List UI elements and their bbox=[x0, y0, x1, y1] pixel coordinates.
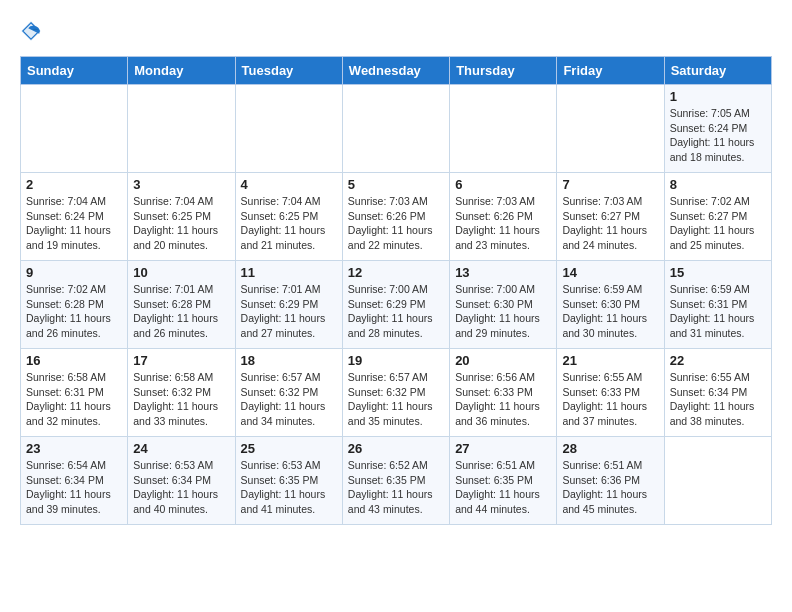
calendar-cell: 17Sunrise: 6:58 AM Sunset: 6:32 PM Dayli… bbox=[128, 349, 235, 437]
day-info: Sunrise: 6:53 AM Sunset: 6:34 PM Dayligh… bbox=[133, 458, 229, 517]
day-number: 18 bbox=[241, 353, 337, 368]
calendar-cell bbox=[557, 85, 664, 173]
calendar-cell: 1Sunrise: 7:05 AM Sunset: 6:24 PM Daylig… bbox=[664, 85, 771, 173]
calendar-cell: 24Sunrise: 6:53 AM Sunset: 6:34 PM Dayli… bbox=[128, 437, 235, 525]
day-number: 15 bbox=[670, 265, 766, 280]
day-info: Sunrise: 7:04 AM Sunset: 6:25 PM Dayligh… bbox=[133, 194, 229, 253]
day-info: Sunrise: 6:58 AM Sunset: 6:31 PM Dayligh… bbox=[26, 370, 122, 429]
logo bbox=[20, 20, 46, 46]
day-info: Sunrise: 7:03 AM Sunset: 6:27 PM Dayligh… bbox=[562, 194, 658, 253]
day-number: 27 bbox=[455, 441, 551, 456]
day-number: 20 bbox=[455, 353, 551, 368]
calendar-cell: 7Sunrise: 7:03 AM Sunset: 6:27 PM Daylig… bbox=[557, 173, 664, 261]
day-number: 7 bbox=[562, 177, 658, 192]
calendar-cell: 15Sunrise: 6:59 AM Sunset: 6:31 PM Dayli… bbox=[664, 261, 771, 349]
calendar-cell: 26Sunrise: 6:52 AM Sunset: 6:35 PM Dayli… bbox=[342, 437, 449, 525]
weekday-header-thursday: Thursday bbox=[450, 57, 557, 85]
calendar-cell bbox=[235, 85, 342, 173]
calendar-cell: 9Sunrise: 7:02 AM Sunset: 6:28 PM Daylig… bbox=[21, 261, 128, 349]
calendar-cell: 22Sunrise: 6:55 AM Sunset: 6:34 PM Dayli… bbox=[664, 349, 771, 437]
calendar-cell: 25Sunrise: 6:53 AM Sunset: 6:35 PM Dayli… bbox=[235, 437, 342, 525]
calendar-cell: 20Sunrise: 6:56 AM Sunset: 6:33 PM Dayli… bbox=[450, 349, 557, 437]
day-info: Sunrise: 7:00 AM Sunset: 6:30 PM Dayligh… bbox=[455, 282, 551, 341]
day-number: 16 bbox=[26, 353, 122, 368]
page-header bbox=[20, 20, 772, 46]
calendar-cell: 27Sunrise: 6:51 AM Sunset: 6:35 PM Dayli… bbox=[450, 437, 557, 525]
calendar-cell: 3Sunrise: 7:04 AM Sunset: 6:25 PM Daylig… bbox=[128, 173, 235, 261]
calendar-cell bbox=[664, 437, 771, 525]
day-info: Sunrise: 6:55 AM Sunset: 6:34 PM Dayligh… bbox=[670, 370, 766, 429]
day-info: Sunrise: 6:59 AM Sunset: 6:31 PM Dayligh… bbox=[670, 282, 766, 341]
day-number: 8 bbox=[670, 177, 766, 192]
day-info: Sunrise: 6:51 AM Sunset: 6:36 PM Dayligh… bbox=[562, 458, 658, 517]
weekday-row: SundayMondayTuesdayWednesdayThursdayFrid… bbox=[21, 57, 772, 85]
day-number: 2 bbox=[26, 177, 122, 192]
day-info: Sunrise: 7:04 AM Sunset: 6:24 PM Dayligh… bbox=[26, 194, 122, 253]
day-info: Sunrise: 7:03 AM Sunset: 6:26 PM Dayligh… bbox=[348, 194, 444, 253]
weekday-header-friday: Friday bbox=[557, 57, 664, 85]
day-info: Sunrise: 6:58 AM Sunset: 6:32 PM Dayligh… bbox=[133, 370, 229, 429]
calendar-cell: 10Sunrise: 7:01 AM Sunset: 6:28 PM Dayli… bbox=[128, 261, 235, 349]
day-number: 6 bbox=[455, 177, 551, 192]
calendar-week-row: 16Sunrise: 6:58 AM Sunset: 6:31 PM Dayli… bbox=[21, 349, 772, 437]
day-info: Sunrise: 7:04 AM Sunset: 6:25 PM Dayligh… bbox=[241, 194, 337, 253]
day-number: 11 bbox=[241, 265, 337, 280]
calendar-cell bbox=[342, 85, 449, 173]
day-number: 5 bbox=[348, 177, 444, 192]
calendar-week-row: 1Sunrise: 7:05 AM Sunset: 6:24 PM Daylig… bbox=[21, 85, 772, 173]
weekday-header-tuesday: Tuesday bbox=[235, 57, 342, 85]
calendar-cell: 14Sunrise: 6:59 AM Sunset: 6:30 PM Dayli… bbox=[557, 261, 664, 349]
calendar-week-row: 23Sunrise: 6:54 AM Sunset: 6:34 PM Dayli… bbox=[21, 437, 772, 525]
day-info: Sunrise: 7:01 AM Sunset: 6:28 PM Dayligh… bbox=[133, 282, 229, 341]
calendar-cell: 6Sunrise: 7:03 AM Sunset: 6:26 PM Daylig… bbox=[450, 173, 557, 261]
day-number: 25 bbox=[241, 441, 337, 456]
day-number: 19 bbox=[348, 353, 444, 368]
day-info: Sunrise: 6:57 AM Sunset: 6:32 PM Dayligh… bbox=[348, 370, 444, 429]
day-number: 28 bbox=[562, 441, 658, 456]
calendar-cell: 23Sunrise: 6:54 AM Sunset: 6:34 PM Dayli… bbox=[21, 437, 128, 525]
weekday-header-monday: Monday bbox=[128, 57, 235, 85]
day-number: 23 bbox=[26, 441, 122, 456]
calendar-cell: 19Sunrise: 6:57 AM Sunset: 6:32 PM Dayli… bbox=[342, 349, 449, 437]
day-number: 3 bbox=[133, 177, 229, 192]
calendar-week-row: 2Sunrise: 7:04 AM Sunset: 6:24 PM Daylig… bbox=[21, 173, 772, 261]
logo-icon bbox=[20, 20, 42, 42]
day-info: Sunrise: 6:56 AM Sunset: 6:33 PM Dayligh… bbox=[455, 370, 551, 429]
day-number: 22 bbox=[670, 353, 766, 368]
calendar-header: SundayMondayTuesdayWednesdayThursdayFrid… bbox=[21, 57, 772, 85]
calendar-cell: 5Sunrise: 7:03 AM Sunset: 6:26 PM Daylig… bbox=[342, 173, 449, 261]
day-info: Sunrise: 6:54 AM Sunset: 6:34 PM Dayligh… bbox=[26, 458, 122, 517]
calendar-cell: 13Sunrise: 7:00 AM Sunset: 6:30 PM Dayli… bbox=[450, 261, 557, 349]
calendar-cell: 28Sunrise: 6:51 AM Sunset: 6:36 PM Dayli… bbox=[557, 437, 664, 525]
day-number: 24 bbox=[133, 441, 229, 456]
day-info: Sunrise: 6:52 AM Sunset: 6:35 PM Dayligh… bbox=[348, 458, 444, 517]
day-info: Sunrise: 6:51 AM Sunset: 6:35 PM Dayligh… bbox=[455, 458, 551, 517]
day-info: Sunrise: 7:05 AM Sunset: 6:24 PM Dayligh… bbox=[670, 106, 766, 165]
day-info: Sunrise: 7:03 AM Sunset: 6:26 PM Dayligh… bbox=[455, 194, 551, 253]
calendar-cell bbox=[21, 85, 128, 173]
calendar-cell bbox=[450, 85, 557, 173]
day-number: 1 bbox=[670, 89, 766, 104]
day-number: 17 bbox=[133, 353, 229, 368]
calendar-body: 1Sunrise: 7:05 AM Sunset: 6:24 PM Daylig… bbox=[21, 85, 772, 525]
day-info: Sunrise: 6:59 AM Sunset: 6:30 PM Dayligh… bbox=[562, 282, 658, 341]
day-number: 13 bbox=[455, 265, 551, 280]
day-info: Sunrise: 6:57 AM Sunset: 6:32 PM Dayligh… bbox=[241, 370, 337, 429]
calendar-cell: 12Sunrise: 7:00 AM Sunset: 6:29 PM Dayli… bbox=[342, 261, 449, 349]
calendar-cell: 16Sunrise: 6:58 AM Sunset: 6:31 PM Dayli… bbox=[21, 349, 128, 437]
day-number: 14 bbox=[562, 265, 658, 280]
day-number: 9 bbox=[26, 265, 122, 280]
day-number: 26 bbox=[348, 441, 444, 456]
day-number: 4 bbox=[241, 177, 337, 192]
calendar-table: SundayMondayTuesdayWednesdayThursdayFrid… bbox=[20, 56, 772, 525]
day-number: 12 bbox=[348, 265, 444, 280]
calendar-cell: 21Sunrise: 6:55 AM Sunset: 6:33 PM Dayli… bbox=[557, 349, 664, 437]
day-info: Sunrise: 7:01 AM Sunset: 6:29 PM Dayligh… bbox=[241, 282, 337, 341]
day-info: Sunrise: 7:02 AM Sunset: 6:27 PM Dayligh… bbox=[670, 194, 766, 253]
day-info: Sunrise: 6:53 AM Sunset: 6:35 PM Dayligh… bbox=[241, 458, 337, 517]
day-info: Sunrise: 7:00 AM Sunset: 6:29 PM Dayligh… bbox=[348, 282, 444, 341]
calendar-cell bbox=[128, 85, 235, 173]
calendar-cell: 8Sunrise: 7:02 AM Sunset: 6:27 PM Daylig… bbox=[664, 173, 771, 261]
calendar-cell: 4Sunrise: 7:04 AM Sunset: 6:25 PM Daylig… bbox=[235, 173, 342, 261]
weekday-header-wednesday: Wednesday bbox=[342, 57, 449, 85]
